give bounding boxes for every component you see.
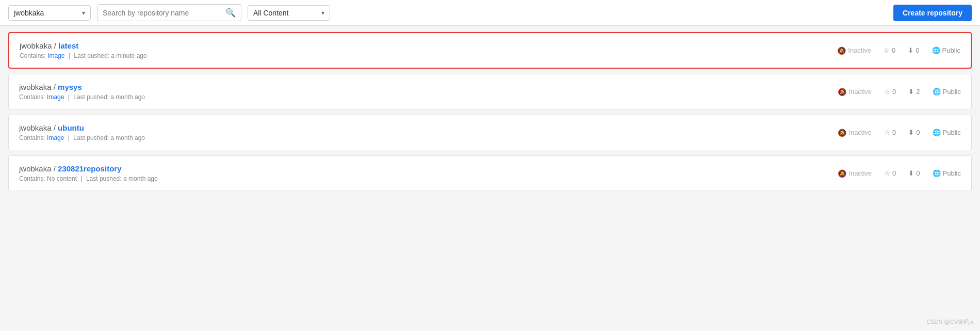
bell-slash-icon: 🔕 [838,88,846,96]
globe-icon: 🌐 [932,46,940,54]
repo-shortname: latest [58,41,78,50]
download-icon: ⬇ [908,46,913,54]
stars-count: 0 [892,88,896,96]
bell-slash-icon: 🔕 [837,46,846,55]
last-pushed: Last pushed: a month ago [73,93,145,101]
repo-meta: Contains: Image | Last pushed: a minute … [20,52,837,59]
content-type: No content [47,175,77,182]
star-icon: ☆ [884,88,890,96]
downloads-stat: ⬇ 0 [908,129,920,136]
downloads-count: 0 [916,169,920,177]
visibility-stat: 🌐 Public [933,129,961,136]
repo-card[interactable]: jwobkaka / ubuntu Contains: Image | Last… [8,115,972,150]
download-icon: ⬇ [908,129,914,136]
downloads-count: 2 [916,88,920,96]
content-type: Image [47,93,64,101]
repo-shortname: 230821repository [58,164,121,173]
repo-username: jwobkaka [19,164,52,173]
meta-separator: | [68,134,70,141]
user-select-label: jwobkaka [14,9,44,17]
downloads-count: 0 [916,46,919,54]
repo-info: jwobkaka / mysys Contains: Image | Last … [19,83,838,101]
status-badge: 🔕 Inactive [838,88,872,96]
repo-list: jwobkaka / latest Contains: Image | Last… [0,26,980,202]
search-icon: 🔍 [225,8,236,18]
last-pushed: Last pushed: a month ago [73,134,145,141]
globe-icon: 🌐 [933,88,941,96]
content-filter-label: All Content [253,9,288,17]
status-label: Inactive [848,169,872,177]
repo-username: jwobkaka [19,123,52,132]
repo-shortname: mysys [58,83,82,91]
watermark: CSDN @CV猿码人 [926,318,975,326]
repo-name: jwobkaka / latest [20,41,837,50]
stars-stat: ☆ 0 [884,129,896,136]
stars-stat: ☆ 0 [884,46,895,54]
content-type: Image [47,52,64,59]
meta-separator: | [68,93,70,101]
repo-info: jwobkaka / 230821repository Contains: No… [19,164,838,182]
bell-slash-icon: 🔕 [838,169,846,178]
contains-label: Contains: [20,52,46,59]
status-badge: 🔕 Inactive [838,129,872,137]
chevron-down-icon: ▾ [321,9,324,17]
repo-name: jwobkaka / mysys [19,83,838,91]
search-input[interactable] [103,9,225,17]
visibility-stat: 🌐 Public [933,88,961,96]
downloads-stat: ⬇ 0 [908,169,920,177]
star-icon: ☆ [884,169,890,177]
user-select[interactable]: jwobkaka ▾ [8,5,91,21]
stars-stat: ☆ 0 [884,169,896,177]
repo-name: jwobkaka / ubuntu [19,123,838,132]
repo-meta: Contains: Image | Last pushed: a month a… [19,93,838,101]
repo-slash: / [54,123,58,132]
repo-card[interactable]: jwobkaka / mysys Contains: Image | Last … [8,74,972,109]
star-icon: ☆ [884,46,890,54]
download-icon: ⬇ [908,169,914,177]
status-badge: 🔕 Inactive [837,46,871,55]
stars-stat: ☆ 0 [884,88,896,96]
downloads-stat: ⬇ 0 [908,46,919,54]
repo-stats: 🔕 Inactive ☆ 0 ⬇ 2 🌐 Public [838,88,961,96]
visibility-label: Public [943,88,961,96]
stars-count: 0 [892,169,896,177]
visibility-label: Public [942,46,960,54]
repo-stats: 🔕 Inactive ☆ 0 ⬇ 0 🌐 Public [838,129,961,137]
chevron-down-icon: ▾ [82,9,85,17]
repo-slash: / [54,83,58,91]
contains-label: Contains: [19,175,45,182]
toolbar: jwobkaka ▾ 🔍 All Content ▾ Create reposi… [0,0,980,26]
repo-meta: Contains: Image | Last pushed: a month a… [19,134,838,141]
last-pushed: Last pushed: a month ago [86,175,158,182]
repo-card[interactable]: jwobkaka / latest Contains: Image | Last… [8,32,972,69]
visibility-stat: 🌐 Public [933,169,961,177]
repo-shortname: ubuntu [58,123,84,132]
status-label: Inactive [848,88,872,96]
downloads-stat: ⬇ 2 [908,88,920,96]
create-repository-button[interactable]: Create repository [893,5,972,21]
last-pushed: Last pushed: a minute ago [74,52,146,59]
repo-card[interactable]: jwobkaka / 230821repository Contains: No… [8,155,972,191]
content-type: Image [47,134,64,141]
repo-slash: / [54,164,58,173]
stars-count: 0 [892,46,895,54]
bell-slash-icon: 🔕 [838,129,846,137]
contains-label: Contains: [19,93,45,101]
search-box: 🔍 [97,4,241,21]
repo-info: jwobkaka / latest Contains: Image | Last… [20,41,837,59]
contains-label: Contains: [19,134,45,141]
star-icon: ☆ [884,129,890,136]
meta-separator: | [80,175,82,182]
repo-username: jwobkaka [19,83,52,91]
content-filter-select[interactable]: All Content ▾ [248,5,330,21]
repo-stats: 🔕 Inactive ☆ 0 ⬇ 0 🌐 Public [837,46,960,55]
globe-icon: 🌐 [933,169,941,177]
status-label: Inactive [848,46,871,54]
repo-meta: Contains: No content | Last pushed: a mo… [19,175,838,182]
repo-stats: 🔕 Inactive ☆ 0 ⬇ 0 🌐 Public [838,169,961,178]
globe-icon: 🌐 [933,129,941,136]
status-badge: 🔕 Inactive [838,169,872,178]
repo-name: jwobkaka / 230821repository [19,164,838,173]
download-icon: ⬇ [908,88,914,96]
downloads-count: 0 [916,129,920,136]
